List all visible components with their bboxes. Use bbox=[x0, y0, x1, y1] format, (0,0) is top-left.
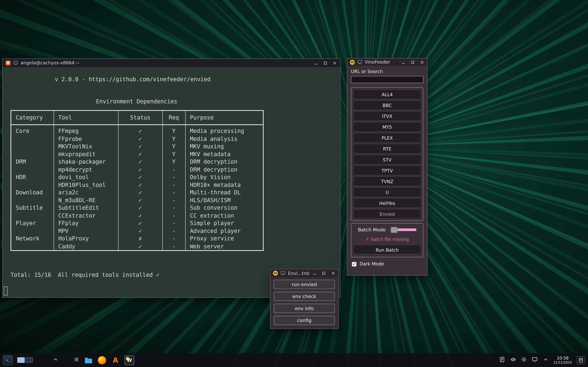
close-button[interactable] bbox=[420, 60, 424, 65]
vinefeeder-title: VineFeeder bbox=[365, 59, 390, 65]
terminal-window: A angela@cachyos-x8664:~ v 2.0.0 - https… bbox=[2, 58, 341, 298]
cell-category bbox=[11, 150, 54, 158]
close-button[interactable] bbox=[332, 60, 337, 66]
batch-warning: ✗ batch file missing bbox=[354, 237, 420, 242]
vinefeeder-window: W VineFeeder URL or Search ALL4BBCITVXMY… bbox=[347, 58, 428, 276]
cell-purpose: DRM decryption bbox=[185, 166, 263, 173]
envied-control-window-controls bbox=[312, 271, 336, 276]
cell-tool: FFplay bbox=[54, 219, 118, 227]
envied-control-titlebar[interactable]: W Envi...trol bbox=[270, 269, 338, 277]
service-button-tptv[interactable]: TPTV bbox=[354, 166, 420, 175]
column-header-tool: Tool bbox=[54, 110, 118, 125]
volume-icon[interactable] bbox=[510, 356, 516, 364]
cell-req: - bbox=[162, 242, 185, 251]
table-row: CCExtractor✓-CC extraction bbox=[11, 212, 263, 219]
cell-tool: HDR10Plus_tool bbox=[54, 181, 118, 189]
cell-status: ✓ bbox=[118, 227, 162, 235]
terminal-launcher-icon[interactable]: >_ bbox=[3, 355, 13, 365]
table-row: HDRdovi_tool✓-Dolby Vision bbox=[11, 173, 263, 181]
service-button-my5[interactable]: MY5 bbox=[354, 123, 420, 131]
service-button-bbc[interactable]: BBC bbox=[354, 101, 420, 109]
cell-purpose: Media analysis bbox=[185, 135, 263, 143]
vinefeeder-app-icon: W bbox=[350, 60, 355, 65]
envied-control-title: Envi...trol bbox=[288, 270, 310, 276]
minimize-button[interactable] bbox=[313, 60, 318, 66]
taskbar-clock[interactable]: 10:58 21/11/2025 bbox=[553, 356, 572, 364]
cell-tool: HolaProxy bbox=[54, 235, 118, 242]
table-row: N_m3u8DL-RE✓-HLS/DASH/ISM bbox=[11, 196, 263, 204]
service-button-tvnz[interactable]: TVNZ bbox=[354, 177, 420, 185]
chevron-up-icon[interactable] bbox=[52, 356, 59, 364]
table-row: FFprobe✓YMedia analysis bbox=[11, 135, 263, 143]
tray-expander-chevron-icon[interactable] bbox=[543, 356, 549, 364]
cell-tool: SubtitleEdit bbox=[54, 204, 118, 212]
service-button-all4[interactable]: ALL4 bbox=[354, 90, 420, 99]
run-batch-button[interactable]: Run Batch bbox=[354, 246, 420, 254]
vinefeeder-content: URL or Search ALL4BBCITVXMY5PLEXRTESTVTP… bbox=[347, 66, 427, 267]
terminal-content[interactable]: v 2.0.0 - https://github.com/vinefeeder/… bbox=[3, 67, 340, 297]
pager-desktop-1[interactable] bbox=[17, 357, 25, 363]
dark-mode-row: ✓ Dark Mode bbox=[351, 261, 424, 267]
dependencies-table-title: Environment Dependencies bbox=[96, 98, 333, 105]
cell-status: ✓ bbox=[118, 125, 162, 135]
desktop: A angela@cachyos-x8664:~ v 2.0.0 - https… bbox=[0, 0, 588, 367]
virtual-desktop-pager[interactable] bbox=[17, 357, 33, 363]
service-button-u[interactable]: U bbox=[354, 188, 420, 196]
cell-purpose: Dolby Vision bbox=[185, 173, 263, 181]
vinefeeder-taskbar-icon[interactable]: W bbox=[124, 355, 134, 365]
app-launcher-a-icon[interactable]: A bbox=[111, 356, 120, 365]
file-manager-launcher-icon[interactable] bbox=[84, 356, 93, 365]
batch-mode-group: Batch Mode ✗ batch file missing Run Batc… bbox=[351, 223, 424, 257]
maximize-button[interactable] bbox=[323, 60, 328, 66]
vinefeeder-titlebar[interactable]: W VineFeeder bbox=[347, 58, 427, 66]
clock-date: 21/11/2025 bbox=[553, 361, 572, 364]
service-button-stv[interactable]: STV bbox=[354, 155, 420, 164]
service-button-envied[interactable]: Envied bbox=[354, 210, 420, 218]
run-envied-button[interactable]: run envied bbox=[274, 280, 335, 289]
service-button-itvx[interactable]: ITVX bbox=[354, 112, 420, 120]
cell-tool: mp4decrypt bbox=[54, 166, 118, 173]
url-search-label: URL or Search bbox=[351, 69, 424, 74]
service-button-rte[interactable]: RTE bbox=[354, 144, 420, 153]
cell-purpose: Web server bbox=[185, 242, 263, 251]
cell-tool: dovi_tool bbox=[54, 173, 118, 181]
notifications-icon[interactable] bbox=[577, 356, 585, 364]
table-row: SubtitleSubtitleEdit✓-Sub conversion bbox=[11, 204, 263, 212]
dark-mode-checkbox[interactable]: ✓ bbox=[352, 262, 357, 267]
cell-req: - bbox=[162, 212, 185, 219]
table-row: MKVToolNix✓YMKV muxing bbox=[11, 143, 263, 150]
env-check-button[interactable]: env check bbox=[274, 292, 335, 301]
cell-category bbox=[11, 227, 54, 235]
config-button[interactable]: config bbox=[274, 316, 335, 325]
cell-category bbox=[11, 135, 54, 143]
pager-desktop-2[interactable] bbox=[26, 357, 33, 363]
maximize-button[interactable] bbox=[321, 271, 326, 276]
slider-handle[interactable] bbox=[391, 227, 398, 233]
close-button[interactable] bbox=[331, 271, 336, 276]
brightness-icon[interactable] bbox=[521, 356, 527, 364]
env-info-button[interactable]: env info bbox=[274, 304, 335, 313]
deps-table-body: CoreFFmpeg✓YMedia processingFFprobe✓YMed… bbox=[11, 125, 263, 251]
url-search-input[interactable] bbox=[351, 76, 424, 83]
cell-status: ✓ bbox=[118, 212, 162, 219]
firefox-launcher-icon[interactable] bbox=[97, 356, 107, 365]
minimize-button[interactable] bbox=[401, 60, 406, 65]
clipboard-icon[interactable] bbox=[499, 356, 505, 364]
batch-warning-text: batch file missing bbox=[371, 237, 409, 242]
task-list-icon[interactable] bbox=[73, 356, 79, 364]
cell-category bbox=[11, 196, 54, 204]
service-button-plex[interactable]: PLEX bbox=[354, 134, 420, 142]
batch-mode-label: Batch Mode bbox=[358, 227, 386, 233]
maximize-button[interactable] bbox=[410, 60, 415, 65]
terminal-title: angela@cachyos-x8664:~ bbox=[21, 60, 80, 66]
service-button-hellyes[interactable]: HellYes bbox=[354, 199, 420, 207]
terminal-titlebar[interactable]: A angela@cachyos-x8664:~ bbox=[3, 59, 340, 67]
version-line: v 2.0.0 - https://github.com/vinefeeder/… bbox=[55, 76, 333, 83]
batch-mode-slider[interactable] bbox=[389, 228, 416, 231]
cell-req: - bbox=[162, 196, 185, 204]
taskbar: >_ A W bbox=[0, 353, 588, 367]
display-icon[interactable] bbox=[532, 356, 538, 364]
cell-status: ✓ bbox=[118, 150, 162, 158]
screen: A angela@cachyos-x8664:~ v 2.0.0 - https… bbox=[0, 0, 588, 367]
minimize-button[interactable] bbox=[312, 271, 317, 276]
